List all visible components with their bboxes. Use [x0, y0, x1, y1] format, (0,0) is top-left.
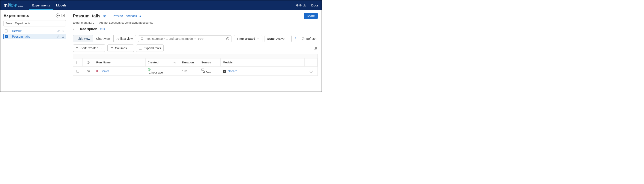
expand-rows-toggle[interactable]: Expand rows [136, 44, 164, 52]
cell-created: 1 hour ago [146, 67, 180, 75]
experiment-meta: Experiment ID: 2 Artifact Location: s3:/… [73, 21, 318, 24]
logo-flow: flow [9, 2, 17, 8]
edit-icon[interactable] [57, 29, 60, 32]
svg-rect-30 [202, 69, 204, 70]
delete-icon[interactable] [62, 35, 64, 38]
svg-rect-25 [314, 47, 316, 49]
created-value: 1 hour ago [149, 71, 163, 74]
svg-point-28 [88, 71, 89, 72]
model-link[interactable]: sklearn [228, 69, 237, 73]
table-row[interactable]: Scaler 1 hour ago 1.6s airflow S sklearn [73, 67, 318, 76]
success-check-icon [148, 68, 178, 71]
run-name-link[interactable]: Scaler [101, 69, 109, 73]
columns-button[interactable]: Columns [108, 44, 134, 52]
refresh-icon [302, 37, 305, 40]
run-search-input[interactable] [146, 37, 224, 40]
col-run-name[interactable]: Run Name [94, 58, 146, 66]
copy-name-button[interactable] [103, 14, 106, 18]
side-panel-toggle[interactable] [312, 46, 318, 51]
col-created[interactable]: Created≡↓ [146, 58, 180, 66]
header-links: GitHub Docs [296, 4, 318, 7]
cell-run-name: Scaler [94, 68, 146, 74]
table-header-spacer [73, 54, 318, 58]
status-dot-icon [96, 70, 98, 72]
sort-button[interactable]: Sort: Created [73, 44, 105, 52]
svg-marker-7 [74, 29, 74, 30]
logo-version: 2.6.0 [18, 5, 23, 7]
svg-line-9 [143, 39, 144, 40]
refresh-button[interactable]: Refresh [300, 36, 318, 42]
new-experiment-button[interactable] [55, 13, 60, 18]
expand-rows-checkbox[interactable] [139, 47, 142, 50]
source-value: airflow [202, 71, 211, 74]
visibility-header-icon[interactable] [86, 61, 90, 64]
experiment-item-default[interactable]: Default [4, 28, 66, 34]
search-info-button[interactable] [226, 37, 230, 40]
experiment-name[interactable]: Default [12, 29, 55, 33]
row-checkbox[interactable] [76, 70, 79, 73]
model-file-icon: S [223, 70, 226, 73]
delete-icon[interactable] [62, 29, 64, 32]
run-search[interactable] [138, 35, 232, 42]
svg-point-15 [296, 40, 296, 40]
chart-view-button[interactable]: Chart view [93, 35, 114, 42]
cell-source: airflow [199, 67, 220, 75]
state-value: Active [276, 37, 284, 40]
experiment-item-possum-tails[interactable]: ✓ Possum_tails [4, 34, 66, 39]
experiment-name[interactable]: Possum_tails [12, 35, 55, 38]
experiment-checkbox[interactable] [5, 29, 8, 32]
page-title: Possum_tails [73, 14, 100, 19]
sort-desc-icon: ≡↓ [174, 61, 178, 64]
plus-circle-icon [55, 13, 60, 18]
sort-icon [76, 47, 79, 50]
link-github[interactable]: GitHub [296, 4, 306, 7]
experiment-list: Default ✓ Possum_tails [4, 28, 66, 39]
row-visibility-toggle[interactable] [86, 69, 90, 73]
add-tag-button[interactable] [309, 69, 313, 73]
chevron-right-icon [73, 28, 75, 30]
panel-right-icon [314, 46, 317, 50]
refresh-label: Refresh [306, 37, 316, 40]
search-icon [140, 37, 144, 40]
state-filter[interactable]: State Active [264, 35, 292, 42]
artifact-view-button[interactable]: Artifact view [114, 35, 136, 42]
select-all-checkbox[interactable] [76, 61, 79, 64]
svg-point-14 [296, 38, 296, 39]
tab-models[interactable]: Models [53, 1, 70, 10]
experiment-checkbox[interactable]: ✓ [5, 35, 8, 38]
app-header: ml flow 2.6.0 Experiments Models GitHub … [0, 1, 322, 10]
collapse-left-icon [61, 13, 66, 18]
cell-duration: 1.6s [180, 68, 199, 74]
columns-label: Columns [115, 46, 127, 50]
col-source[interactable]: Source [199, 58, 220, 66]
nav-tabs: Experiments Models [29, 1, 70, 10]
plus-circle-icon [309, 69, 313, 73]
share-button[interactable]: Share [304, 13, 318, 19]
description-edit-link[interactable]: Edit [100, 28, 105, 31]
description-section: Description Edit [73, 27, 318, 31]
collapse-sidebar-button[interactable] [61, 13, 66, 18]
sort-label: Sort: Created [80, 46, 98, 50]
svg-point-13 [296, 37, 296, 38]
col-duration[interactable]: Duration [180, 58, 199, 66]
description-toggle[interactable] [73, 28, 76, 30]
svg-line-6 [140, 15, 141, 16]
state-label: State [267, 37, 274, 40]
col-models[interactable]: Models [220, 58, 261, 66]
more-menu-button[interactable] [294, 37, 298, 40]
main-content: Possum_tails Provide Feedback Share Expe… [69, 10, 322, 91]
copy-icon [103, 14, 106, 18]
tab-experiments[interactable]: Experiments [29, 1, 53, 10]
search-experiments-input[interactable] [4, 20, 66, 26]
feedback-label: Provide Feedback [113, 14, 137, 18]
edit-icon[interactable] [57, 35, 60, 38]
table-view-button[interactable]: Table view [73, 35, 93, 42]
cell-models: S sklearn [220, 68, 261, 74]
kebab-icon [296, 37, 296, 40]
link-docs[interactable]: Docs [311, 4, 318, 7]
provide-feedback-link[interactable]: Provide Feedback [113, 14, 141, 18]
time-created-filter[interactable]: Time created [234, 35, 262, 42]
table-header: Run Name Created≡↓ Duration Source Model… [73, 58, 318, 67]
logo-ml: ml [4, 2, 9, 8]
svg-point-27 [88, 62, 89, 63]
